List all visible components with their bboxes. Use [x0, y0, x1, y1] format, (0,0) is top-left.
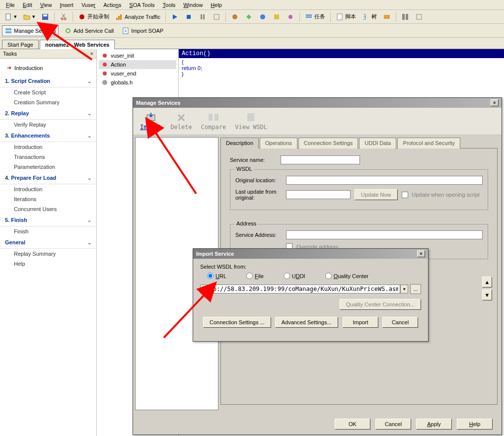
tasks-panel: Tasks× ➔Introduction 1. Script Creation⌄…: [0, 49, 97, 436]
tasks-button[interactable]: 任务: [302, 11, 328, 22]
tree-action[interactable]: Action: [99, 60, 176, 69]
menu-soa[interactable]: SOA Tools: [125, 1, 158, 9]
ms-tab-description[interactable]: Description: [220, 138, 259, 148]
save-button[interactable]: [39, 11, 52, 22]
svg-rect-23: [417, 14, 422, 19]
menu-help[interactable]: Help: [207, 1, 226, 9]
task-section-prepare[interactable]: 4. Prepare For Load⌄: [0, 172, 96, 184]
scroll-up-icon[interactable]: ▲: [482, 277, 492, 288]
record-button[interactable]: 开始录制: [75, 11, 112, 22]
open-button[interactable]: ▾: [20, 11, 38, 22]
tree-vuser-init[interactable]: vuser_init: [99, 51, 176, 60]
tool-icon-2[interactable]: [242, 11, 255, 22]
menu-edit[interactable]: Edit: [19, 1, 36, 9]
tree-button[interactable]: 树: [360, 11, 379, 22]
task-creation-summary[interactable]: Creation Summary: [0, 97, 96, 107]
task-iterations[interactable]: Iterations: [0, 194, 96, 204]
play-icon[interactable]: [168, 11, 181, 22]
task-verify-replay[interactable]: Verify Replay: [0, 120, 96, 130]
dialog-titlebar[interactable]: Manage Services×: [133, 98, 502, 108]
last-update-input[interactable]: [286, 190, 351, 199]
ok-button[interactable]: OK: [335, 419, 370, 430]
cancel-button[interactable]: Cancel: [382, 317, 418, 328]
radio-url[interactable]: URL: [207, 273, 226, 279]
tab-noname2[interactable]: noname2 - Web Services: [40, 40, 115, 49]
task-enh-intro[interactable]: Introduction: [0, 142, 96, 152]
menu-insert[interactable]: Insert: [56, 1, 77, 9]
radio-uddi[interactable]: UDDI: [284, 273, 305, 279]
tab-start-page[interactable]: Start Page: [2, 40, 39, 49]
orig-location-input[interactable]: [286, 176, 483, 185]
script-button[interactable]: 脚本: [333, 11, 359, 22]
ms-tab-uddi[interactable]: UDDI Data: [359, 138, 396, 148]
svg-rect-2: [43, 14, 47, 16]
ms-tab-connection[interactable]: Connection Settings: [298, 138, 358, 148]
task-concurrent[interactable]: Concurrent Users: [0, 204, 96, 214]
tool-icon-1[interactable]: [228, 11, 241, 22]
task-create-script[interactable]: Create Script: [0, 87, 96, 97]
tool-icon-6[interactable]: [380, 11, 393, 22]
pause-icon[interactable]: [196, 11, 209, 22]
cut-icon[interactable]: [57, 11, 70, 22]
close-icon[interactable]: ×: [491, 99, 499, 106]
menu-actions[interactable]: Actions: [99, 1, 125, 9]
task-help[interactable]: Help: [0, 259, 96, 269]
svg-rect-11: [203, 14, 205, 19]
task-introduction[interactable]: ➔Introduction: [0, 61, 96, 75]
task-finish[interactable]: Finish: [0, 226, 96, 236]
import-soap-button[interactable]: Import SOAP: [119, 25, 166, 36]
task-transactions[interactable]: Transactions: [0, 152, 96, 162]
menu-file[interactable]: FFileile: [2, 1, 19, 9]
task-section-general[interactable]: General⌄: [0, 236, 96, 249]
task-parameterization[interactable]: Parameterization: [0, 162, 96, 172]
tool-icon-7[interactable]: [399, 11, 412, 22]
help-button[interactable]: Help: [457, 419, 493, 430]
browse-button[interactable]: ...: [410, 284, 421, 294]
wsdl-url-input[interactable]: [200, 285, 400, 293]
update-open-checkbox[interactable]: [402, 192, 408, 198]
menu-vuser[interactable]: Vuser: [77, 1, 99, 9]
service-name-input[interactable]: [281, 155, 360, 164]
connection-settings-button[interactable]: Connection Settings ...: [203, 317, 271, 328]
tool-icon-3[interactable]: [256, 11, 269, 22]
tool-icon-8[interactable]: [413, 11, 426, 22]
task-prep-intro[interactable]: Introduction: [0, 184, 96, 194]
radio-qc[interactable]: Quality Center: [325, 273, 368, 279]
svg-rect-19: [337, 14, 342, 20]
task-section-replay[interactable]: 2. Replay⌄: [0, 107, 96, 120]
advanced-settings-button[interactable]: Advanced Settings...: [275, 317, 338, 328]
task-section-script[interactable]: 1. Script Creation⌄: [0, 75, 96, 87]
tool-icon-4[interactable]: [270, 11, 283, 22]
analyze-traffic-button[interactable]: Analyze Traffic: [113, 11, 163, 22]
compile-icon[interactable]: [210, 11, 223, 22]
select-wsdl-label: Select WSDL from:: [200, 264, 421, 270]
cancel-button[interactable]: Cancel: [375, 419, 411, 430]
code-line: }: [182, 71, 501, 77]
menu-view[interactable]: View: [36, 1, 56, 9]
tree-globals[interactable]: globals.h: [99, 78, 176, 87]
service-address-input[interactable]: [286, 230, 483, 239]
menu-tools[interactable]: Tools: [159, 1, 180, 9]
menu-window[interactable]: Window: [179, 1, 207, 9]
task-section-enhancements[interactable]: 3. Enhancements⌄: [0, 130, 96, 142]
scroll-down-icon[interactable]: ▼: [482, 290, 492, 300]
ms-import-button[interactable]: Import: [140, 112, 161, 131]
close-icon[interactable]: ×: [90, 51, 93, 57]
add-service-call-button[interactable]: Add Service Call: [62, 25, 116, 36]
tool-icon-5[interactable]: [284, 11, 297, 22]
ms-tab-operations[interactable]: Operations: [260, 138, 297, 148]
document-tabs: Start Page noname2 - Web Services: [0, 38, 504, 49]
import-button[interactable]: Import: [343, 317, 378, 328]
radio-file[interactable]: File: [246, 273, 264, 279]
manage-services-button[interactable]: Manage Services: [2, 25, 59, 36]
task-replay-summary[interactable]: Replay Summary: [0, 249, 96, 259]
ms-tab-protocol[interactable]: Protocol and Security: [397, 138, 460, 148]
dialog-titlebar[interactable]: Import Service×: [193, 249, 428, 259]
close-icon[interactable]: ×: [417, 250, 425, 257]
url-dropdown-icon[interactable]: ▼: [400, 285, 408, 293]
task-section-finish[interactable]: 5. Finish⌄: [0, 214, 96, 226]
stop-icon[interactable]: [182, 11, 195, 22]
tree-vuser-end[interactable]: vuser_end: [99, 69, 176, 78]
apply-button[interactable]: Apply: [416, 419, 452, 430]
new-button[interactable]: ▾: [2, 11, 19, 22]
